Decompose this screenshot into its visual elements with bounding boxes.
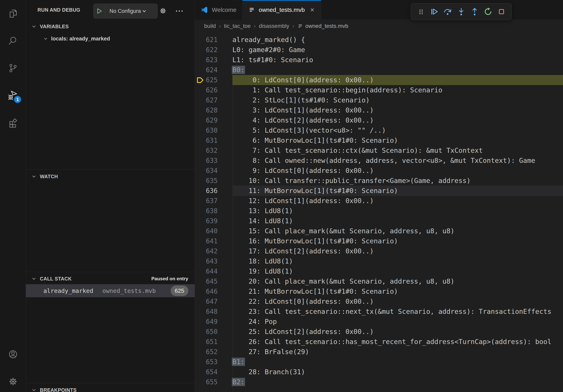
code-text[interactable]: 0: LdConst[0](address: 0x00..) [232, 75, 563, 85]
explorer-icon[interactable] [0, 3, 26, 25]
code-text[interactable]: 8: Call owned::new(address, address, vec… [232, 156, 563, 166]
gutter[interactable]: 636 [195, 186, 232, 196]
gutter[interactable]: 650 [195, 327, 232, 337]
code-text[interactable]: L1: ts#1#0: Scenario [232, 55, 563, 65]
gutter[interactable]: 645 [195, 276, 232, 287]
gutter[interactable]: 649 [195, 317, 232, 327]
line-number[interactable]: 630 [206, 125, 218, 135]
code-text[interactable]: B1: [232, 357, 563, 367]
code-text[interactable]: 6: MutBorrowLoc[1](ts#1#0: Scenario) [232, 135, 563, 145]
gutter[interactable]: 631 [195, 135, 232, 145]
code-text[interactable]: 4: LdConst[2](address: 0x00..) [232, 115, 563, 125]
restart-button[interactable] [483, 7, 493, 17]
line-number[interactable]: 633 [206, 156, 218, 166]
code-text[interactable]: 7: Call test_scenario::ctx(&mut Scenario… [232, 145, 563, 156]
code-text[interactable]: 14: LdU8(1) [232, 216, 563, 226]
line-number[interactable]: 645 [206, 276, 218, 287]
call-stack-frame-row[interactable]: already_marked owned_tests.mvb 625 [26, 284, 195, 297]
settings-gear-icon[interactable] [0, 371, 26, 392]
line-number[interactable]: 650 [206, 327, 218, 337]
line-number[interactable]: 634 [206, 166, 218, 176]
gutter[interactable]: 633 [195, 156, 232, 166]
line-number[interactable]: 644 [206, 266, 218, 276]
code-text[interactable]: already_marked() { [232, 35, 563, 45]
code-text[interactable]: 11: MutBorrowLoc[1](ts#1#0: Scenario) [232, 186, 563, 196]
breadcrumb-item[interactable]: tic_tac_toe [224, 23, 251, 29]
close-tab-icon[interactable] [309, 7, 315, 13]
line-number[interactable]: 636 [206, 186, 218, 196]
gutter[interactable]: 632 [195, 145, 232, 156]
line-number[interactable]: 625 [206, 75, 218, 85]
continue-button[interactable] [429, 7, 439, 17]
line-number[interactable]: 647 [206, 297, 218, 307]
line-number[interactable]: 648 [206, 307, 218, 317]
line-number[interactable]: 637 [206, 196, 218, 206]
line-number[interactable]: 638 [206, 206, 218, 216]
line-number[interactable]: 649 [206, 317, 218, 327]
code-text[interactable]: 28: Branch(31) [232, 367, 563, 377]
debug-config-dropdown[interactable]: No Configura [93, 3, 158, 19]
gutter[interactable]: 648 [195, 307, 232, 317]
extensions-icon[interactable] [0, 112, 26, 133]
code-text[interactable]: 12: LdConst[1](address: 0x00..) [232, 196, 563, 206]
code-text[interactable]: 15: Call place_mark(&mut Scenario, addre… [232, 226, 563, 236]
gutter[interactable]: 643 [195, 256, 232, 266]
line-number[interactable]: 655 [206, 377, 218, 387]
run-and-debug-icon[interactable]: 1 [0, 84, 26, 106]
gutter[interactable]: 638 [195, 206, 232, 216]
code-text[interactable]: 19: LdU8(1) [232, 266, 563, 276]
line-number[interactable]: 627 [206, 95, 218, 105]
drag-handle-icon[interactable] [416, 7, 426, 17]
code-text[interactable]: 3: LdConst[1](address: 0x00..) [232, 105, 563, 115]
line-number[interactable]: 643 [206, 256, 218, 266]
gutter[interactable]: 628 [195, 105, 232, 115]
code-text[interactable]: B0: [232, 65, 563, 75]
line-number[interactable]: 652 [206, 347, 218, 357]
code-text[interactable]: 16: MutBorrowLoc[1](ts#1#0: Scenario) [232, 236, 563, 246]
source-control-icon[interactable] [0, 57, 26, 79]
line-number[interactable]: 621 [206, 35, 218, 45]
line-number[interactable]: 654 [206, 367, 218, 377]
code-text[interactable]: 21: MutBorrowLoc[1](ts#1#0: Scenario) [232, 287, 563, 297]
step-over-button[interactable] [443, 7, 453, 17]
tab-owned-tests[interactable]: owned_tests.mvb [243, 0, 321, 20]
gutter[interactable]: 642 [195, 246, 232, 256]
code-editor[interactable]: 621already_marked() {622L0: game#2#0: Ga… [195, 32, 563, 392]
code-text[interactable]: 5: LdConst[3](vector<u8>: "" /..) [232, 125, 563, 135]
gutter[interactable]: 652 [195, 347, 232, 357]
gutter[interactable]: 622 [195, 45, 232, 55]
gutter[interactable]: 641 [195, 236, 232, 246]
gutter[interactable]: 640 [195, 226, 232, 236]
more-actions-icon[interactable] [175, 9, 184, 14]
code-text[interactable]: L0: game#2#0: Game [232, 45, 563, 55]
line-number[interactable]: 629 [206, 115, 218, 125]
code-text[interactable]: 25: LdConst[2](address: 0x00..) [232, 327, 563, 337]
code-text[interactable]: 18: LdU8(1) [232, 256, 563, 266]
code-text[interactable]: 24: Pop [232, 317, 563, 327]
gutter[interactable]: 654 [195, 367, 232, 377]
gutter[interactable]: 635 [195, 176, 232, 186]
line-number[interactable]: 642 [206, 246, 218, 256]
breadcrumb-item[interactable]: owned_tests.mvb [305, 23, 348, 29]
code-text[interactable]: 23: Call test_scenario::next_tx(&mut Sce… [232, 307, 563, 317]
breadcrumb-item[interactable]: disassembly [259, 23, 289, 29]
stop-button[interactable] [497, 7, 506, 17]
variables-scope-row[interactable]: locals: already_marked [26, 33, 195, 44]
code-text[interactable]: 27: BrFalse(29) [232, 347, 563, 357]
watch-section-header[interactable]: WATCH [26, 171, 195, 182]
line-number[interactable]: 622 [206, 45, 218, 55]
code-text[interactable]: 22: LdConst[0](address: 0x00..) [232, 297, 563, 307]
line-number[interactable]: 635 [206, 176, 218, 186]
breakpoints-section-header[interactable]: BREAKPOINTS [26, 385, 195, 392]
code-text[interactable]: 2: StLoc[1](ts#1#0: Scenario) [232, 95, 563, 105]
gutter[interactable]: 639 [195, 216, 232, 226]
line-number[interactable]: 628 [206, 105, 218, 115]
code-text[interactable]: 17: LdConst[2](address: 0x00..) [232, 246, 563, 256]
line-number[interactable]: 639 [206, 216, 218, 226]
debug-settings-gear-icon[interactable] [159, 7, 167, 16]
gutter[interactable]: 655 [195, 377, 232, 387]
gutter[interactable]: 623 [195, 55, 232, 65]
search-icon[interactable] [0, 30, 26, 52]
gutter[interactable]: 621 [195, 35, 232, 45]
line-number[interactable]: 641 [206, 236, 218, 246]
